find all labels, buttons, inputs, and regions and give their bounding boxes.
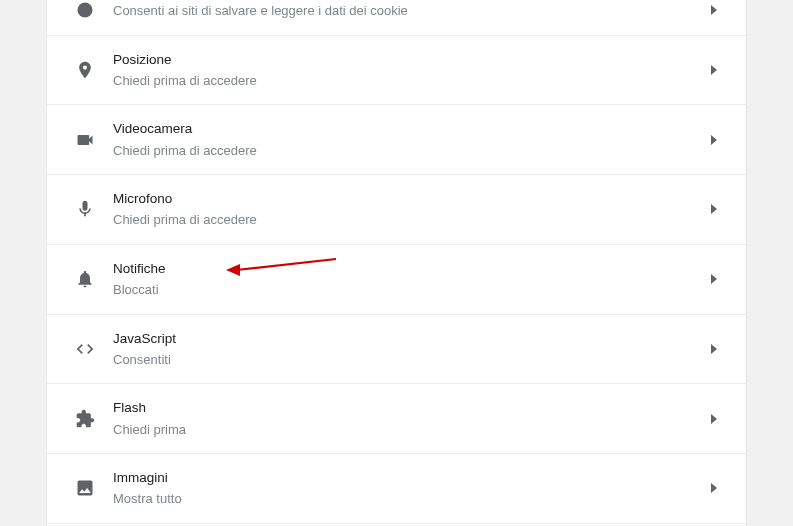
setting-title: Posizione — [113, 50, 702, 70]
setting-title: Immagini — [113, 468, 702, 488]
chevron-right-icon — [702, 204, 726, 214]
setting-row-location[interactable]: Posizione Chiedi prima di accedere — [47, 36, 746, 106]
setting-title: Flash — [113, 398, 702, 418]
setting-subtitle: Bloccati — [113, 280, 702, 300]
setting-subtitle: Mostra tutto — [113, 489, 702, 509]
chevron-right-icon — [702, 344, 726, 354]
setting-row-images[interactable]: Immagini Mostra tutto — [47, 454, 746, 524]
microphone-icon — [63, 199, 107, 219]
setting-title: JavaScript — [113, 329, 702, 349]
chevron-right-icon — [702, 135, 726, 145]
setting-subtitle: Chiedi prima — [113, 420, 702, 440]
setting-subtitle: Chiedi prima di accedere — [113, 71, 702, 91]
setting-row-cookies[interactable]: Consenti ai siti di salvare e leggere i … — [47, 0, 746, 36]
chevron-right-icon — [702, 274, 726, 284]
setting-subtitle: Consenti ai siti di salvare e leggere i … — [113, 1, 702, 21]
camera-icon — [63, 130, 107, 150]
setting-row-microphone[interactable]: Microfono Chiedi prima di accedere — [47, 175, 746, 245]
svg-point-0 — [78, 3, 93, 18]
setting-row-flash[interactable]: Flash Chiedi prima — [47, 384, 746, 454]
bell-icon — [63, 269, 107, 289]
cookie-icon — [63, 0, 107, 20]
setting-subtitle: Chiedi prima di accedere — [113, 141, 702, 161]
setting-row-notifications[interactable]: Notifiche Bloccati — [47, 245, 746, 315]
setting-title: Videocamera — [113, 119, 702, 139]
setting-subtitle: Consentiti — [113, 350, 702, 370]
chevron-right-icon — [702, 5, 726, 15]
plugin-icon — [63, 409, 107, 429]
setting-row-camera[interactable]: Videocamera Chiedi prima di accedere — [47, 105, 746, 175]
chevron-right-icon — [702, 414, 726, 424]
chevron-right-icon — [702, 483, 726, 493]
chevron-right-icon — [702, 65, 726, 75]
location-icon — [63, 60, 107, 80]
settings-panel: Consenti ai siti di salvare e leggere i … — [46, 0, 747, 526]
setting-row-javascript[interactable]: JavaScript Consentiti — [47, 315, 746, 385]
setting-title: Notifiche — [113, 259, 702, 279]
image-icon — [63, 478, 107, 498]
setting-subtitle: Chiedi prima di accedere — [113, 210, 702, 230]
setting-title: Microfono — [113, 189, 702, 209]
code-icon — [63, 339, 107, 359]
